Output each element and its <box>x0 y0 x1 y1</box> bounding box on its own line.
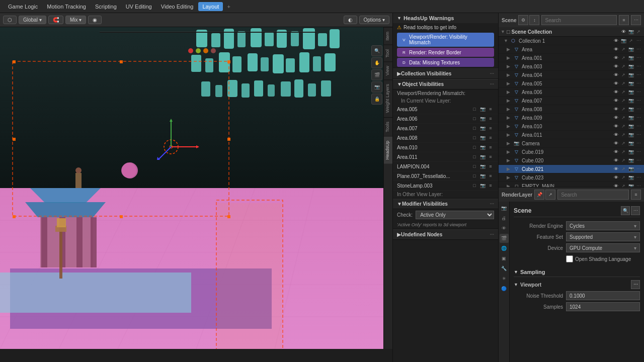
obj-vis-toggle[interactable]: 👁 <box>612 88 619 96</box>
obj-vis-toggle[interactable]: 👁 <box>612 106 619 113</box>
obj-vis-toggle[interactable]: 👁 <box>612 80 619 87</box>
menu-add-workspace[interactable]: + <box>224 2 233 11</box>
viewport-shading-btn[interactable]: ◐ <box>344 16 357 24</box>
visibility-icon[interactable]: 👁 <box>620 28 627 35</box>
pan-icon-btn[interactable]: ✋ <box>371 57 382 68</box>
menu-layout[interactable]: Layout <box>198 2 223 11</box>
outliner-object-row[interactable]: ▶ ▽ Area.003 👁 ↗ 📷 ⋯ <box>499 62 644 71</box>
select-icon[interactable]: ↗ <box>635 28 642 35</box>
col1-select-icon[interactable]: ↗ <box>627 37 634 44</box>
obj-extra-icons[interactable]: ⋯ <box>635 106 642 113</box>
outliner-object-row[interactable]: ▶ ▽ Area.011 👁 ↗ 📷 ⋯ <box>499 131 644 139</box>
col1-vis-icon[interactable]: 👁 <box>612 37 619 44</box>
transform-global-btn[interactable]: Global ▾ <box>19 16 46 24</box>
props-tab-output[interactable]: 🖨 <box>500 214 509 223</box>
obj-select-toggle[interactable]: ↗ <box>620 114 627 121</box>
obj-select-toggle[interactable]: ↗ <box>620 140 627 147</box>
obj-visibility-item[interactable]: Area.008 □ 📷 ≡ <box>393 133 498 143</box>
check-select[interactable]: Active Only All None <box>416 211 494 219</box>
menu-scripting[interactable]: Scripting <box>91 2 121 11</box>
obj-select-toggle[interactable]: ↗ <box>620 148 627 155</box>
snap-btn[interactable]: 🧲 <box>48 16 63 24</box>
sidebar-tab-view[interactable]: View <box>384 61 392 79</box>
sampling-header[interactable]: ▼ Sampling <box>514 267 640 277</box>
obj-vis-toggle[interactable]: 👁 <box>612 97 619 104</box>
obj-vis-toggle[interactable]: 👁 <box>612 54 619 61</box>
outliner-object-row[interactable]: ▶ ▽ Area.008 👁 ↗ 📷 ⋯ <box>499 105 644 114</box>
outliner-search-input[interactable] <box>541 15 617 25</box>
obj-extra-icons[interactable]: ⋯ <box>635 71 642 78</box>
outliner-object-row[interactable]: ▶ ▽ Area.004 👁 ↗ 📷 ⋯ <box>499 71 644 79</box>
obj-extra-icons[interactable]: ⋯ <box>635 157 642 164</box>
props-tab-render[interactable]: 📷 <box>500 204 509 213</box>
undefined-nodes-header[interactable]: ▶ Undefined Nodes ··· <box>393 229 498 240</box>
col1-extra-icon[interactable]: ⋯ <box>635 37 642 44</box>
sidebar-tab-tool[interactable]: Tool <box>384 45 392 62</box>
obj-vis-toggle[interactable]: 👁 <box>612 63 619 70</box>
obj-render-toggle[interactable]: 📷 <box>627 46 634 53</box>
noise-threshold-value[interactable]: 0.1000 <box>566 291 640 300</box>
obj-vis-toggle[interactable]: 👁 <box>612 140 619 147</box>
render-engine-value[interactable]: Cycles ▾ <box>566 221 640 230</box>
obj-render-toggle[interactable]: 📷 <box>627 174 634 181</box>
obj-extra-icons[interactable]: ⋯ <box>635 165 642 172</box>
menu-video-editing[interactable]: Video Editing <box>157 2 198 11</box>
device-value[interactable]: GPU Compute ▾ <box>566 243 640 252</box>
props-tab-scene[interactable]: 🎬 <box>500 234 509 243</box>
obj-vis-toggle[interactable]: 👁 <box>612 131 619 138</box>
outliner-object-row[interactable]: ▶ ◻ EMPTY_MAIN 👁 ↗ 📷 ⋯ <box>499 182 644 187</box>
obj-select-toggle[interactable]: ↗ <box>620 46 627 53</box>
obj-vis-toggle[interactable]: 👁 <box>612 123 619 130</box>
zoom-icon-btn[interactable]: 🔍 <box>371 45 382 56</box>
modifier-vis-header[interactable]: ▼ Modifier Visibilities ··· <box>393 199 498 209</box>
obj-visibility-item[interactable]: LAMPION.004 □ 📷 ≡ <box>393 162 498 171</box>
props-nav-btn[interactable]: ↗ <box>545 190 555 200</box>
obj-vis-toggle[interactable]: 👁 <box>612 174 619 181</box>
outliner-object-row[interactable]: ▶ ▽ Cube.023 👁 ↗ 📷 ⋯ <box>499 173 644 182</box>
outliner-filter-btn[interactable]: ⚙ <box>518 15 528 25</box>
menu-game-logic[interactable]: Game Logic <box>4 2 42 11</box>
obj-visibility-item[interactable]: Area.007 □ 📷 ≡ <box>393 124 498 133</box>
props-tab-object[interactable]: ▣ <box>500 254 509 263</box>
obj-select-toggle[interactable]: ↗ <box>620 123 627 130</box>
outliner-object-row[interactable]: ▶ ▽ Area.006 👁 ↗ 📷 ⋯ <box>499 88 644 97</box>
props-tab-particles[interactable]: ✳ <box>500 274 509 283</box>
obj-extra-icons[interactable]: ⋯ <box>635 174 642 181</box>
obj-extra-icons[interactable]: ⋯ <box>635 97 642 104</box>
outliner-object-row[interactable]: ▶ ▽ Area.007 👁 ↗ 📷 ⋯ <box>499 97 644 105</box>
obj-vis-toggle[interactable]: 👁 <box>612 165 619 172</box>
render-icon[interactable]: 📷 <box>627 28 634 35</box>
obj-render-toggle[interactable]: 📷 <box>627 80 634 87</box>
render-border-warning-btn[interactable]: R Render: Render Border <box>397 48 494 57</box>
obj-select-toggle[interactable]: ↗ <box>620 63 627 70</box>
obj-render-toggle[interactable]: 📷 <box>627 114 634 121</box>
scene-extra-btn[interactable]: ⋯ <box>631 206 640 215</box>
obj-extra-icons[interactable]: ⋯ <box>635 123 642 130</box>
proportional-btn[interactable]: ◉ <box>88 16 102 24</box>
obj-select-toggle[interactable]: ↗ <box>620 97 627 104</box>
scene-collection-row[interactable]: ▼ □ Scene Collection 👁 📷 ↗ <box>499 27 644 37</box>
obj-vis-toggle[interactable]: 👁 <box>612 114 619 121</box>
viewport-canvas[interactable]: 🔍 ✋ 🎬 📷 🔒 Item Tool View Weight Layers T… <box>0 27 392 349</box>
obj-render-toggle[interactable]: 📷 <box>627 88 634 96</box>
obj-select-toggle[interactable]: ↗ <box>620 174 627 181</box>
props-tab-world[interactable]: 🌐 <box>500 244 509 253</box>
obj-select-toggle[interactable]: ↗ <box>620 71 627 78</box>
obj-vis-toggle[interactable]: 👁 <box>612 46 619 53</box>
outliner-object-row[interactable]: ▶ ▽ Cube.019 👁 ↗ 📷 ⋯ <box>499 148 644 156</box>
viewport-sub-extra[interactable]: ⋯ <box>631 280 640 289</box>
obj-extra-icons[interactable]: ⋯ <box>635 114 642 121</box>
samples-value[interactable]: 1024 <box>566 302 640 311</box>
lock-icon-btn[interactable]: 🔒 <box>371 94 382 105</box>
outliner-object-row[interactable]: ▶ 📷 Camera 👁 ↗ 📷 ⋯ <box>499 139 644 148</box>
obj-render-toggle[interactable]: 📷 <box>627 71 634 78</box>
props-pin-btn[interactable]: 📌 <box>534 190 544 200</box>
obj-vis-toggle[interactable]: 👁 <box>612 183 619 187</box>
obj-extra-icons[interactable]: ⋯ <box>635 148 642 155</box>
obj-select-toggle[interactable]: ↗ <box>620 165 627 172</box>
sidebar-tab-item[interactable]: Item <box>384 27 392 45</box>
obj-select-toggle[interactable]: ↗ <box>620 54 627 61</box>
obj-vis-toggle[interactable]: 👁 <box>612 71 619 78</box>
obj-extra-icons[interactable]: ⋯ <box>635 46 642 53</box>
outliner-object-row[interactable]: ▶ ▽ Cube.020 👁 ↗ 📷 ⋯ <box>499 156 644 165</box>
